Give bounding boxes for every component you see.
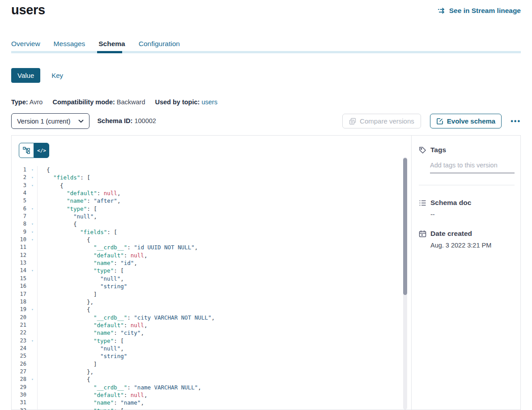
evolve-schema-icon (436, 118, 443, 125)
compare-versions-icon (349, 118, 356, 125)
tree-view-icon (23, 147, 30, 154)
line-number: 8 (12, 220, 28, 228)
schema-doc-value: -- (430, 211, 514, 218)
topic-users-link[interactable]: users (201, 98, 217, 106)
line-number: 12 (12, 252, 28, 259)
tab-schema[interactable]: Schema (98, 40, 125, 50)
code-line: 3▾{ (12, 182, 404, 189)
code-line-content: "string" (38, 282, 127, 290)
tree-view-button[interactable] (19, 143, 34, 158)
fold-arrow-icon[interactable]: ▾ (28, 182, 38, 189)
code-line: 30"default": null, (12, 391, 404, 399)
code-line-content: "name": "name", (38, 399, 144, 406)
code-line: 4"default": null, (12, 189, 404, 197)
line-number: 26 (12, 360, 28, 368)
line-number: 7 (12, 213, 28, 220)
fold-arrow-icon[interactable]: ▾ (28, 166, 38, 174)
code-line: 9▾"fields": [ (12, 228, 404, 236)
fold-arrow-icon[interactable]: ▾ (28, 337, 38, 345)
fold-arrow-icon[interactable]: ▾ (28, 376, 38, 383)
line-number: 23 (12, 337, 28, 345)
schema-doc-header: Schema doc (419, 199, 514, 207)
code-line-content: "name": "after", (38, 197, 120, 205)
code-line: 32▾"type": [ (12, 407, 404, 410)
code-line: 17] (12, 290, 404, 298)
schema-sidebar: Tags Schema doc -- (411, 136, 520, 410)
key-toggle-button[interactable]: Key (51, 72, 63, 79)
fold-arrow-icon[interactable]: ▾ (28, 236, 38, 243)
schema-id-value: 100002 (134, 117, 156, 124)
schema-id: Schema ID: 100002 (97, 113, 156, 129)
tab-overview[interactable]: Overview (11, 40, 40, 50)
version-select[interactable]: Version 1 (current) (11, 113, 89, 129)
line-number: 19 (12, 306, 28, 313)
code-line: 5"name": "after", (12, 197, 404, 205)
fold-arrow-icon[interactable]: ▾ (28, 306, 38, 313)
tab-underline-track (11, 51, 521, 53)
code-editor[interactable]: 1▾{2▾"fields": [3▾{4"default": null,5"na… (12, 166, 404, 410)
tags-input[interactable] (430, 162, 515, 173)
fold-arrow-icon[interactable]: ▾ (28, 228, 38, 236)
code-line-content: "__crdb__": "name VARCHAR NULL", (38, 384, 201, 391)
fold-arrow-icon[interactable]: ▾ (28, 407, 38, 410)
meta-compatibility: Compatibility mode: Backward (52, 98, 145, 106)
fold-spacer (28, 197, 38, 205)
editor-scrollbar-track[interactable] (403, 157, 407, 410)
fold-spacer (28, 314, 38, 321)
tab-configuration[interactable]: Configuration (139, 40, 180, 50)
code-line: 2▾"fields": [ (12, 174, 404, 181)
code-line: 22"name": "city", (12, 329, 404, 337)
code-line: 14▾"type": [ (12, 267, 404, 274)
compare-versions-button[interactable]: Compare versions (342, 114, 421, 128)
chevron-down-icon (78, 120, 84, 123)
editor-scrollbar-thumb[interactable] (403, 158, 407, 295)
more-options-button[interactable]: ••• (511, 117, 521, 125)
tags-header: Tags (419, 146, 514, 154)
line-number: 20 (12, 314, 28, 321)
code-line-content: "type": [ (38, 205, 97, 213)
code-view-button[interactable]: </> (34, 143, 49, 158)
line-number: 29 (12, 384, 28, 391)
line-number: 15 (12, 275, 28, 282)
tab-messages[interactable]: Messages (54, 40, 85, 50)
schema-meta-row: Type: Avro Compatibility mode: Backward … (11, 98, 217, 106)
page-title: users (11, 3, 45, 17)
value-toggle-button[interactable]: Value (11, 68, 40, 83)
line-number: 2 (12, 174, 28, 181)
code-line-content: "name": "id", (38, 259, 137, 267)
line-number: 13 (12, 259, 28, 267)
fold-arrow-icon[interactable]: ▾ (28, 174, 38, 181)
meta-compatibility-value: Backward (117, 98, 145, 106)
fold-spacer (28, 391, 38, 399)
code-line-content: ] (38, 290, 97, 298)
line-number: 30 (12, 391, 28, 399)
value-key-toggle: Value Key (11, 68, 63, 83)
code-line: 28▾{ (12, 376, 404, 383)
code-line: 11"__crdb__": "id UUID NOT NULL", (12, 243, 404, 251)
code-line-content: "default": null, (38, 252, 147, 259)
calendar-plus-icon (419, 230, 426, 238)
code-line: 20"__crdb__": "city VARCHAR NOT NULL", (12, 314, 404, 321)
code-line-content: }, (38, 298, 94, 306)
fold-spacer (28, 384, 38, 391)
fold-arrow-icon[interactable]: ▾ (28, 220, 38, 228)
code-line-content: "name": "city", (38, 329, 144, 337)
evolve-schema-button[interactable]: Evolve schema (430, 114, 502, 128)
code-line: 21"default": null, (12, 321, 404, 329)
code-line: 15"null", (12, 275, 404, 282)
code-line: 6▾"type": [ (12, 205, 404, 213)
schema-doc-title: Schema doc (430, 199, 471, 207)
line-number: 6 (12, 205, 28, 213)
code-lines: 1▾{2▾"fields": [3▾{4"default": null,5"na… (12, 166, 404, 410)
tag-icon (419, 146, 426, 154)
fold-spacer (28, 213, 38, 220)
code-line-content: { (38, 376, 90, 383)
code-line-content: "type": [ (38, 337, 124, 345)
fold-spacer (28, 282, 38, 290)
controls-right-group: Compare versions Evolve schema ••• (342, 114, 521, 128)
line-number: 5 (12, 197, 28, 205)
stream-lineage-link[interactable]: See in Stream lineage (438, 7, 521, 15)
code-line-content: { (38, 306, 90, 313)
fold-arrow-icon[interactable]: ▾ (28, 267, 38, 274)
fold-arrow-icon[interactable]: ▾ (28, 205, 38, 213)
